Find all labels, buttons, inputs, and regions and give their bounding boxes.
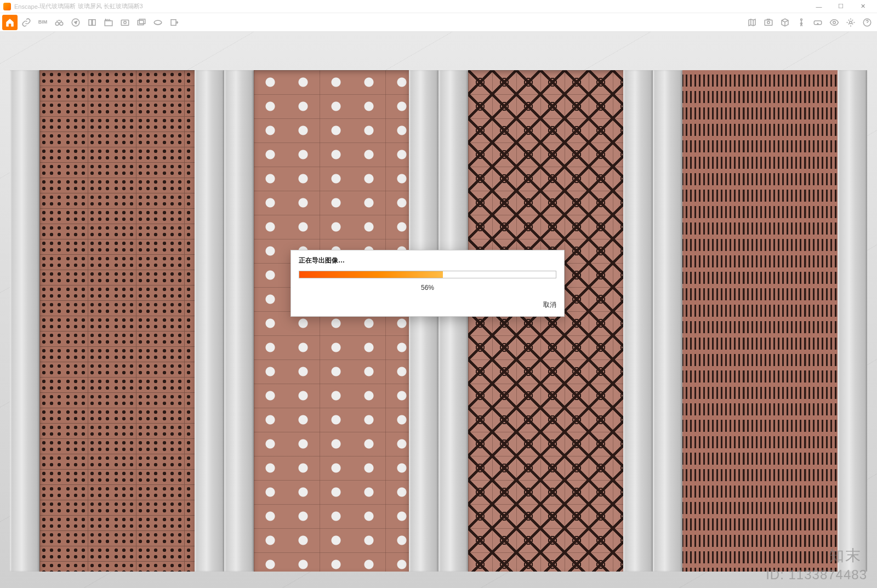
svg-rect-6 — [121, 20, 129, 25]
walk-icon[interactable] — [794, 15, 809, 30]
watermark-id: ID: 1133874483 — [766, 567, 867, 583]
svg-rect-12 — [765, 20, 772, 25]
link-icon[interactable] — [19, 15, 34, 30]
export-icon[interactable] — [167, 15, 182, 30]
svg-rect-9 — [139, 19, 145, 24]
progress-bar-fill — [299, 271, 443, 278]
panel-4 — [653, 70, 867, 572]
batch-export-icon[interactable] — [134, 15, 149, 30]
brick-pattern-slots — [682, 70, 838, 572]
svg-rect-3 — [89, 19, 92, 25]
progress-bar — [299, 271, 556, 278]
toolbar: BIM — [0, 13, 877, 32]
cancel-button[interactable]: 取消 — [543, 300, 556, 310]
export-progress-dialog: 正在导出图像… 56% 取消 — [291, 250, 565, 317]
dialog-title: 正在导出图像… — [291, 250, 564, 269]
panel-3 — [438, 70, 653, 572]
brick-pattern-holes-large — [254, 70, 409, 572]
eye-icon[interactable] — [827, 15, 842, 30]
layers-icon[interactable] — [84, 15, 100, 30]
minimize-button[interactable]: — — [808, 1, 830, 13]
svg-point-7 — [124, 21, 127, 24]
pillar — [409, 70, 438, 572]
capture-icon[interactable] — [117, 15, 133, 30]
pillar — [653, 70, 682, 572]
watermark-brand: 知末 — [829, 545, 862, 566]
svg-point-0 — [55, 22, 59, 25]
render-viewport[interactable]: 正在导出图像… 56% 取消 知末 ID: 1133874483 — [0, 32, 877, 588]
svg-rect-11 — [171, 19, 176, 25]
pillar — [224, 70, 254, 572]
pillar — [195, 70, 224, 572]
pano360-icon[interactable] — [150, 15, 166, 30]
map-icon[interactable] — [744, 15, 760, 30]
svg-point-1 — [60, 22, 63, 25]
svg-rect-5 — [105, 21, 112, 26]
brick-pattern-dots-small — [39, 70, 195, 572]
panel-2 — [224, 70, 438, 572]
brick-pattern-decorative — [468, 70, 623, 572]
home-icon[interactable] — [2, 15, 18, 30]
svg-rect-4 — [93, 19, 95, 25]
dialog-actions: 取消 — [291, 297, 564, 316]
pillar — [838, 70, 867, 572]
panel-1 — [10, 70, 224, 572]
app-logo-icon — [3, 3, 11, 10]
close-button[interactable]: ✕ — [852, 1, 874, 13]
pillar — [10, 70, 39, 572]
app-name: Enscape — [14, 3, 38, 10]
pillar — [438, 70, 468, 572]
svg-rect-8 — [138, 20, 144, 25]
screenshot-icon[interactable] — [761, 15, 776, 30]
window-controls: — ☐ ✕ — [808, 1, 874, 13]
binoculars-icon[interactable] — [52, 15, 67, 30]
svg-point-14 — [801, 19, 802, 20]
title-bar: Enscape - 现代玻璃隔断 玻璃屏风 长虹玻璃隔断3 — ☐ ✕ — [0, 0, 877, 13]
svg-point-13 — [767, 21, 770, 24]
scene — [0, 70, 877, 572]
vr-icon[interactable] — [810, 15, 825, 30]
cube-icon[interactable] — [777, 15, 793, 30]
compass-icon[interactable] — [68, 15, 83, 30]
progress-percent-label: 56% — [291, 281, 564, 297]
clapper-icon[interactable] — [101, 15, 116, 30]
bim-icon[interactable]: BIM — [35, 15, 50, 30]
pillar — [623, 70, 653, 572]
gear-icon[interactable] — [843, 15, 858, 30]
svg-point-17 — [850, 21, 852, 24]
svg-point-16 — [833, 21, 836, 24]
help-icon[interactable] — [859, 15, 875, 30]
document-title: 现代玻璃隔断 玻璃屏风 长虹玻璃隔断3 — [39, 2, 143, 10]
maximize-button[interactable]: ☐ — [830, 1, 852, 13]
